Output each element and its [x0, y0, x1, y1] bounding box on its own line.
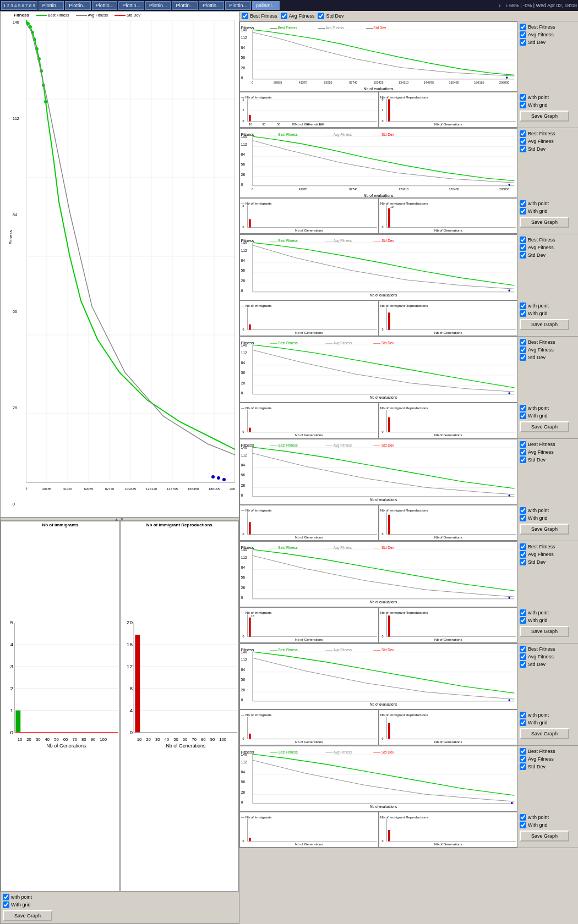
with-grid-1[interactable]: With grid	[520, 102, 576, 108]
svg-text:84: 84	[241, 770, 246, 774]
right-avg-fitness-check-top[interactable]	[281, 13, 287, 19]
cb-avg-6[interactable]: Avg Fitness	[520, 551, 576, 558]
save-graph-5[interactable]: Save Graph	[520, 524, 569, 535]
with-grid-2[interactable]: With grid	[520, 208, 576, 215]
svg-text:100: 100	[100, 737, 107, 742]
cb-best-6[interactable]: Best Fitness	[520, 543, 576, 550]
svg-text:16: 16	[126, 641, 133, 647]
cb-avg-7[interactable]: Avg Fitness	[520, 653, 576, 660]
with-point-7[interactable]: with point	[520, 712, 576, 718]
taskbar-item-plotting-2[interactable]: Plottin...	[65, 1, 91, 10]
fitness-chart-6: Fitness —— Best Fitness —— Avg Fitness —…	[239, 541, 517, 607]
svg-text:0: 0	[241, 76, 243, 80]
cb-std-5[interactable]: Std Dev	[520, 457, 576, 463]
right-top-avg-fitness[interactable]: Avg Fitness	[281, 13, 315, 19]
taskbar-item-plotting-4[interactable]: Plottin...	[118, 1, 144, 10]
svg-text:—— Std Dev: —— Std Dev	[373, 443, 394, 447]
right-std-dev-check-top[interactable]	[318, 13, 324, 19]
svg-text:10: 10	[137, 737, 141, 742]
svg-text:0: 0	[381, 737, 383, 740]
taskbar-item-plotting-1[interactable]: Plottin...	[39, 1, 64, 10]
svg-text:84: 84	[241, 565, 246, 569]
cb-best-5[interactable]: Best Fitness	[520, 441, 576, 448]
fitness-chart-5: Fitness —— Best Fitness —— Avg Fitness —…	[239, 439, 517, 505]
cb-best-1[interactable]: Best Fitness	[520, 24, 576, 30]
cb-best-7[interactable]: Best Fitness	[520, 646, 576, 652]
fitness-svg-5: Fitness —— Best Fitness —— Avg Fitness —…	[240, 439, 517, 504]
right-best-fitness-check-top[interactable]	[242, 13, 248, 19]
save-graph-1[interactable]: Save Graph	[520, 111, 569, 122]
svg-text:84: 84	[241, 258, 246, 262]
taskbar-item-plotting-6[interactable]: Plottin...	[172, 1, 198, 10]
with-point-3[interactable]: with point	[520, 302, 576, 309]
save-graph-8[interactable]: Save Graph	[520, 831, 569, 842]
save-graph-7[interactable]: Save Graph	[520, 728, 569, 739]
svg-text:0: 0	[252, 188, 253, 191]
taskbar-item-plotting-8[interactable]: Plottin...	[225, 1, 251, 10]
save-graph-2[interactable]: Save Graph	[520, 217, 569, 228]
reproductions-svg-1: Nb of Immigrant Reproductions 5 2 0 Nb o…	[379, 92, 517, 128]
legend-avg: Avg Fitness	[76, 13, 108, 17]
svg-text:—— Best Fitness: —— Best Fitness	[270, 750, 298, 754]
cb-best-8[interactable]: Best Fitness	[520, 748, 576, 755]
cb-best-4[interactable]: Best Fitness	[520, 339, 576, 345]
left-with-point-checkbox[interactable]	[3, 894, 9, 900]
cb-best-3[interactable]: Best Fitness	[520, 237, 576, 243]
cb-std-4[interactable]: Std Dev	[520, 354, 576, 361]
reproductions-svg-2: Nb of Immigrant Reproductions 19 0 Nb of…	[379, 199, 517, 234]
with-grid-5[interactable]: With grid	[520, 515, 576, 521]
taskbar-item-plotting-7[interactable]: Plottin...	[199, 1, 225, 10]
cb-avg-1[interactable]: Avg Fitness	[520, 31, 576, 38]
with-point-2[interactable]: with point	[520, 200, 576, 207]
taskbar-item-pallami[interactable]: pallami...	[252, 1, 280, 10]
chart-block-8: Fitness —— Best Fitness —— Avg Fitness —…	[239, 746, 578, 848]
cb-std-8[interactable]: Std Dev	[520, 763, 576, 770]
with-point-8[interactable]: with point	[520, 814, 576, 821]
right-top-best-fitness[interactable]: Best Fitness	[242, 13, 277, 19]
cb-avg-3[interactable]: Avg Fitness	[520, 244, 576, 251]
with-point-6[interactable]: with point	[520, 609, 576, 616]
svg-text:84: 84	[241, 46, 246, 50]
cb-std-7[interactable]: Std Dev	[520, 661, 576, 668]
cb-best-2[interactable]: Best Fitness	[520, 130, 576, 137]
taskbar-item-plotting-3[interactable]: Plottin...	[92, 1, 118, 10]
with-point-5[interactable]: with point	[520, 507, 576, 514]
svg-text:82740: 82740	[105, 487, 114, 491]
cb-avg-8[interactable]: Avg Fitness	[520, 756, 576, 762]
cb-std-1[interactable]: Std Dev	[520, 39, 576, 46]
cb-avg-5[interactable]: Avg Fitness	[520, 449, 576, 455]
cb-std-2[interactable]: Std Dev	[520, 146, 576, 152]
svg-text:— Nb of Immigrants: — Nb of Immigrants	[241, 508, 272, 512]
svg-text:62055: 62055	[324, 81, 332, 84]
with-grid-6[interactable]: With grid	[520, 617, 576, 624]
with-grid-3[interactable]: With grid	[520, 310, 576, 317]
with-grid-7[interactable]: With grid	[520, 719, 576, 726]
left-with-grid-checkbox[interactable]	[3, 901, 9, 908]
taskbar-item-1[interactable]: 1 2 3 4 5 6 7 8 9	[1, 1, 37, 10]
with-grid-8[interactable]: With grid	[520, 822, 576, 828]
with-point-1[interactable]: with point	[520, 94, 576, 101]
cb-avg-4[interactable]: Avg Fitness	[520, 346, 576, 353]
save-graph-4[interactable]: Save Graph	[520, 421, 569, 432]
svg-point-169	[508, 184, 510, 186]
left-save-graph-button[interactable]: Save Graph	[3, 910, 52, 921]
taskbar-item-plotting-5[interactable]: Plottin...	[145, 1, 171, 10]
with-grid-4[interactable]: With grid	[520, 413, 576, 419]
svg-text:0: 0	[242, 430, 244, 433]
fitness-chart-1: Fitness —— Best Fitness —— Avg Fitness —…	[239, 21, 517, 92]
with-point-4[interactable]: with point	[520, 405, 576, 411]
left-with-point-label[interactable]: with point	[3, 894, 237, 900]
left-with-grid-label[interactable]: With grid	[3, 901, 237, 908]
controls-5: Best Fitness Avg Fitness Std Dev	[517, 439, 578, 505]
svg-text:—— Std Dev: —— Std Dev	[373, 341, 394, 345]
cb-std-3[interactable]: Std Dev	[520, 252, 576, 258]
left-bottom-inner: Nb of Immigrants 0 1 2 3	[1, 521, 239, 892]
save-graph-3[interactable]: Save Graph	[520, 319, 569, 330]
svg-text:28: 28	[241, 483, 246, 487]
right-top-std-dev[interactable]: Std Dev	[318, 13, 343, 19]
save-graph-6[interactable]: Save Graph	[520, 626, 569, 637]
chart-block-5: Fitness —— Best Fitness —— Avg Fitness —…	[239, 439, 578, 541]
cb-std-6[interactable]: Std Dev	[520, 559, 576, 565]
reproductions-svg-8: Nb of Immigrant Reproductions 0 Nb of Ge…	[379, 812, 517, 848]
cb-avg-2[interactable]: Avg Fitness	[520, 138, 576, 145]
